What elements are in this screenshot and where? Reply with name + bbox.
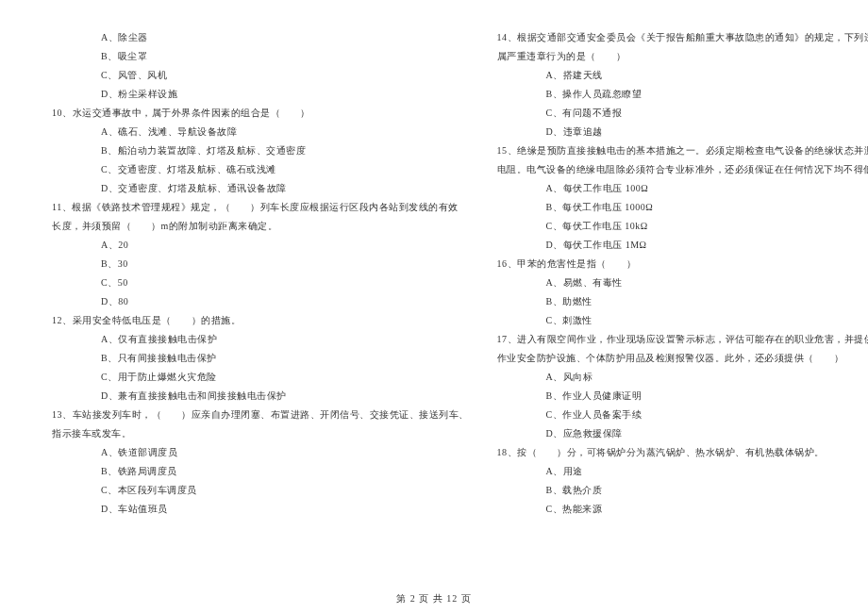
q10-opt-d: D、交通密度、灯塔及航标、通讯设备故障 bbox=[52, 179, 469, 198]
q13-stem-2: 指示接车或发车。 bbox=[52, 424, 469, 443]
q15-opt-b: B、每伏工作电压 1000Ω bbox=[497, 198, 869, 217]
q14-stem-2: 属严重违章行为的是（ ） bbox=[497, 47, 869, 66]
q11-stem-1: 11、根据《铁路技术管理规程》规定，（ ）列车长度应根据运行区段内各站到发线的有… bbox=[52, 198, 469, 217]
q11-opt-b: B、30 bbox=[52, 255, 469, 273]
q13-opt-d: D、车站值班员 bbox=[52, 500, 469, 519]
q14-stem-1: 14、根据交通部交通安全委员会《关于报告船舶重大事故隐患的通知》的规定，下列违章… bbox=[497, 28, 869, 47]
q17-opt-c: C、作业人员备案手续 bbox=[497, 406, 869, 424]
q16-opt-c: C、刺激性 bbox=[497, 311, 869, 330]
q12-opt-d: D、兼有直接接触电击和间接接触电击保护 bbox=[52, 387, 469, 406]
q13-opt-a: A、铁道部调度员 bbox=[52, 443, 469, 462]
q12-opt-b: B、只有间接接触电击保护 bbox=[52, 349, 469, 368]
q18-stem: 18、按（ ）分，可将锅炉分为蒸汽锅炉、热水锅炉、有机热载体锅炉。 bbox=[497, 443, 869, 462]
q9-opt-c: C、风管、风机 bbox=[52, 66, 469, 85]
q11-stem-2: 长度，并须预留（ ）m的附加制动距离来确定。 bbox=[52, 217, 469, 236]
exam-page: A、除尘器 B、吸尘罩 C、风管、风机 D、粉尘采样设施 10、水运交通事故中，… bbox=[0, 0, 868, 542]
q13-opt-c: C、本区段列车调度员 bbox=[52, 481, 469, 500]
q12-opt-c: C、用于防止爆燃火灾危险 bbox=[52, 368, 469, 387]
q17-opt-d: D、应急救援保障 bbox=[497, 424, 869, 443]
q10-opt-b: B、船泊动力装置故障、灯塔及航标、交通密度 bbox=[52, 141, 469, 160]
left-column: A、除尘器 B、吸尘罩 C、风管、风机 D、粉尘采样设施 10、水运交通事故中，… bbox=[52, 28, 469, 519]
q16-opt-a: A、易燃、有毒性 bbox=[497, 273, 869, 292]
q11-opt-c: C、50 bbox=[52, 273, 469, 292]
q16-opt-b: B、助燃性 bbox=[497, 292, 869, 311]
q10-opt-a: A、礁石、浅滩、导航设备故障 bbox=[52, 123, 469, 141]
q18-opt-a: A、用途 bbox=[497, 462, 869, 481]
q15-opt-a: A、每伏工作电压 100Ω bbox=[497, 179, 869, 198]
q15-stem-1: 15、绝缘是预防直接接触电击的基本措施之一。必须定期检查电气设备的绝缘状态并测量… bbox=[497, 141, 869, 160]
q9-opt-b: B、吸尘罩 bbox=[52, 47, 469, 66]
q15-stem-2: 电阻。电气设备的绝缘电阻除必须符合专业标准外，还必须保证在任何情况下均不得低于（… bbox=[497, 160, 869, 179]
q9-opt-d: D、粉尘采样设施 bbox=[52, 85, 469, 104]
q14-opt-d: D、违章追越 bbox=[497, 123, 869, 141]
q10-opt-c: C、交通密度、灯塔及航标、礁石或浅滩 bbox=[52, 160, 469, 179]
right-column: 14、根据交通部交通安全委员会《关于报告船舶重大事故隐患的通知》的规定，下列违章… bbox=[497, 28, 869, 519]
q17-opt-b: B、作业人员健康证明 bbox=[497, 387, 869, 406]
q18-opt-b: B、载热介质 bbox=[497, 481, 869, 500]
q11-opt-a: A、20 bbox=[52, 236, 469, 255]
q14-opt-c: C、有问题不通报 bbox=[497, 104, 869, 123]
page-footer: 第 2 页 共 12 页 bbox=[0, 592, 868, 605]
q12-stem: 12、采用安全特低电压是（ ）的措施。 bbox=[52, 311, 469, 330]
q10-stem: 10、水运交通事故中，属于外界条件因素的组合是（ ） bbox=[52, 104, 469, 123]
q12-opt-a: A、仅有直接接触电击保护 bbox=[52, 330, 469, 349]
q14-opt-a: A、搭建天线 bbox=[497, 66, 869, 85]
q13-stem-1: 13、车站接发列车时，（ ）应亲自办理闭塞、布置进路、开闭信号、交接凭证、接送列… bbox=[52, 406, 469, 424]
q17-stem-2: 作业安全防护设施、个体防护用品及检测报警仪器。此外，还必须提供（ ） bbox=[497, 349, 869, 368]
q17-opt-a: A、风向标 bbox=[497, 368, 869, 387]
q15-opt-d: D、每伏工作电压 1MΩ bbox=[497, 236, 869, 255]
q17-stem-1: 17、进入有限空间作业，作业现场应设置警示标志，评估可能存在的职业危害，并提供合… bbox=[497, 330, 869, 349]
q18-opt-c: C、热能来源 bbox=[497, 500, 869, 519]
q11-opt-d: D、80 bbox=[52, 292, 469, 311]
q16-stem: 16、甲苯的危害性是指（ ） bbox=[497, 255, 869, 273]
q14-opt-b: B、操作人员疏忽瞭望 bbox=[497, 85, 869, 104]
q9-opt-a: A、除尘器 bbox=[52, 28, 469, 47]
q15-opt-c: C、每伏工作电压 10kΩ bbox=[497, 217, 869, 236]
q13-opt-b: B、铁路局调度员 bbox=[52, 462, 469, 481]
